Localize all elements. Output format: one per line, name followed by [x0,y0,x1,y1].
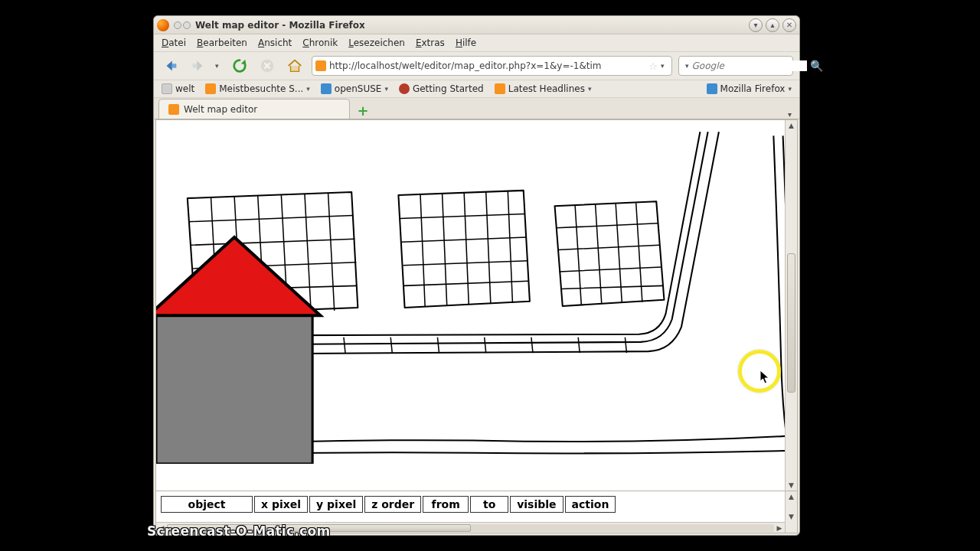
svg-marker-2 [156,237,320,315]
firefox-icon [157,19,169,31]
reload-button[interactable] [229,55,250,77]
canvas-vertical-scrollbar[interactable]: ▲ ▼ [785,120,797,491]
tab-strip: Welt map editor + ▾ [154,98,799,119]
col-to[interactable]: to [470,496,508,513]
bookmarks-toolbar: welt Meistbesuchte S...▾ openSUSE▾ Getti… [154,80,799,98]
menu-bearbeiten[interactable]: Bearbeiten [197,37,247,48]
site-favicon-icon [315,60,326,71]
bookmark-meistbesuchte[interactable]: Meistbesuchte S...▾ [205,83,310,94]
menu-chronik[interactable]: Chronik [302,37,338,48]
map-canvas-viewport[interactable]: ▲ ▼ [156,120,797,491]
search-box[interactable]: ▾ 🔍 [678,56,793,76]
col-object[interactable]: object [161,496,253,513]
minimize-button[interactable]: ▾ [749,18,763,32]
page-icon [162,83,172,94]
menu-lesezeichen[interactable]: Lesezeichen [348,37,405,48]
back-button[interactable] [160,55,181,77]
bookmark-getting-started[interactable]: Getting Started [399,83,484,94]
search-engine-dropdown-icon[interactable]: ▾ [685,62,689,70]
bug-icon [399,83,410,94]
col-y-pixel[interactable]: y pixel [309,496,363,513]
menu-bar: DDateiatei Bearbeiten Ansicht Chronik Le… [154,34,799,51]
close-button[interactable]: ✕ [782,18,796,32]
svg-marker-1 [156,315,312,464]
url-input[interactable] [329,60,645,71]
scroll-up-icon[interactable]: ▲ [786,491,797,502]
stop-button[interactable] [256,55,278,77]
col-z-order[interactable]: z order [364,496,421,513]
house-object[interactable] [156,237,320,464]
home-button[interactable] [284,55,305,77]
url-dropdown-icon[interactable]: ▾ [661,62,668,70]
scroll-right-icon[interactable]: ▶ [774,524,785,532]
col-from[interactable]: from [423,496,469,513]
address-bar[interactable]: ☆ ▾ [312,56,672,76]
tabs-overflow-icon[interactable]: ▾ [788,110,792,119]
window-titlebar: Welt map editor - Mozilla Firefox ▾ ▴ ✕ [154,16,799,34]
menu-extras[interactable]: Extras [416,37,445,48]
watermark-text: Screencast-O-Matic.com [147,523,331,539]
scroll-up-icon[interactable]: ▲ [786,120,797,131]
scrollbar-thumb[interactable] [787,253,795,393]
page-content: ▲ ▼ object x pixel y pixel z order from … [155,119,798,533]
menu-ansicht[interactable]: Ansicht [258,37,292,48]
rss-icon [495,83,505,94]
bookmark-latest-headlines[interactable]: Latest Headlines▾ [495,83,592,94]
bookmark-welt[interactable]: welt [162,83,194,94]
tab-welt-map-editor[interactable]: Welt map editor [158,99,350,119]
table-vertical-scrollbar[interactable]: ▲ ▼ [785,491,797,533]
history-dropdown-icon[interactable]: ▾ [215,62,223,70]
col-visible[interactable]: visible [510,496,563,513]
search-input[interactable] [692,60,807,71]
folder-icon [321,83,332,94]
folder-icon [707,83,717,94]
bookmark-mozilla-firefox[interactable]: Mozilla Firefox▾ [707,83,792,94]
col-x-pixel[interactable]: x pixel [254,496,308,513]
forward-button[interactable] [188,55,209,77]
scroll-down-icon[interactable]: ▼ [786,480,797,491]
window-title: Welt map editor - Mozilla Firefox [195,20,365,31]
nav-toolbar: ▾ ☆ ▾ ▾ 🔍 [154,51,799,80]
bookmark-opensuse[interactable]: openSUSE▾ [321,83,388,94]
menu-datei[interactable]: DDateiatei [162,37,186,48]
menu-hilfe[interactable]: Hilfe [456,37,476,48]
search-icon[interactable]: 🔍 [810,60,823,72]
folder-icon [205,83,216,94]
titlebar-indicator-icon [174,21,191,29]
table-header-row: object x pixel y pixel z order from to v… [156,491,797,517]
new-tab-button[interactable]: + [354,102,371,119]
map-canvas [156,120,797,464]
bookmark-star-icon[interactable]: ☆ [648,60,658,72]
maximize-button[interactable]: ▴ [766,18,779,32]
tab-label: Welt map editor [184,104,257,115]
browser-window: Welt map editor - Mozilla Firefox ▾ ▴ ✕ … [153,15,800,536]
scroll-down-icon[interactable]: ▼ [786,511,797,522]
col-action[interactable]: action [565,496,616,513]
tab-favicon-icon [168,104,179,115]
